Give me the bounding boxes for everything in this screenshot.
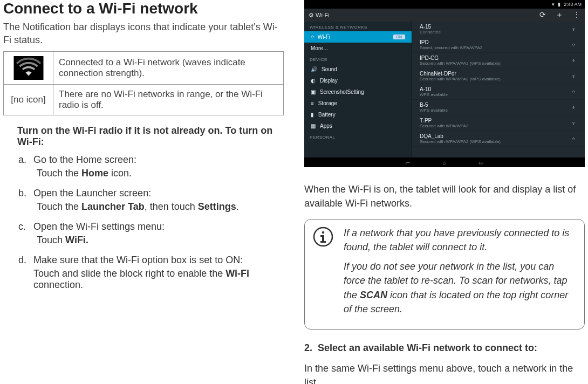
sidebar-item-more[interactable]: More… [304,43,412,54]
status-bar: ▾ ▮ 2:40 AM [304,0,585,9]
wifi-network-item[interactable]: ChinaNet-DPdrSecured with WPA/WPA2 (WPS … [412,68,585,84]
status-wifi-icon: ▾ [552,2,555,7]
settings-title: Wi-Fi [316,12,330,18]
back-icon[interactable]: ⤺ [406,160,410,166]
text: connection. [33,279,83,290]
svg-rect-5 [320,241,326,243]
wifi-signal-icon: ᯤ [572,105,577,111]
step-1a-title: Go to the Home screen: [33,154,136,165]
camera-icon: ▣ [311,89,316,95]
wifi-signal-icon: ᯤ [572,136,577,142]
wifi-small-icon: ᯤ [311,34,316,40]
wifi-network-item[interactable]: IPDSaved, secured with WPA/WPA2ᯤ [412,37,585,53]
sidebar-item-sound[interactable]: 🔊Sound [304,64,412,75]
kebab-icon[interactable]: ⋮ [573,10,580,20]
network-status: Secured with WPA/WPA2 (WPS available) [420,139,501,144]
step-1c-body: Touch WiFi. [18,235,284,246]
home-icon[interactable]: ⌂ [442,160,446,166]
step-1a-body: Touch the Home icon. [18,168,284,179]
step-1c-title: Open the Wi-Fi settings menu: [33,221,165,232]
svg-rect-4 [320,235,324,237]
sidebar-header-wireless: WIRELESS & NETWORKS [304,22,412,31]
wifi-network-item[interactable]: A-15Connectedᯤ [412,22,585,37]
text: Touch and slide the block right to enabl… [33,268,225,279]
bold-text: WiFi. [65,235,88,245]
sidebar-item-label: Display [320,78,338,84]
bold-text: SCAN [360,290,387,300]
network-name: A-15 [420,24,441,30]
step-1-heading: Turn on the Wi-Fi radio if it is not alr… [17,125,272,147]
network-status: Secured with WPA/WPA2 (WPS available) [420,61,501,66]
step-1d: d.Make sure that the Wi-Fi option box is… [18,255,284,291]
sidebar-header-personal: PERSONAL [304,132,412,141]
network-status: WPS available [420,108,448,113]
wifi-settings-screenshot: ▾ ▮ 2:40 AM ⚙ Wi-Fi ⟳ ＋ ⋮ WIRELESS & NET… [304,0,585,167]
status-battery-icon: ▮ [558,2,560,7]
step-1b-letter: b. [18,188,33,199]
plus-icon[interactable]: ＋ [556,10,563,20]
text: , then touch [145,201,198,212]
wifi-network-list: A-15ConnectedᯤIPDSaved, secured with WPA… [412,22,585,157]
sidebar-item-storage[interactable]: ≡Storage [304,98,412,109]
info-note: If a network that you have previously co… [304,219,585,330]
bold-text: Home [81,168,108,179]
step-1c: c.Open the Wi-Fi settings menu: Touch Wi… [18,221,284,246]
text: Touch the [37,168,81,179]
network-name: IPD [420,39,482,45]
sound-icon: 🔊 [311,66,317,72]
settings-sidebar: WIRELESS & NETWORKS ᯤ Wi-Fi ON More… DEV… [304,22,412,157]
wifi-icon-cell [4,51,53,84]
text: icon. [108,168,132,179]
sidebar-header-device: DEVICE [304,54,412,64]
step-1d-line1: Make sure that the Wi-Fi option box is s… [33,255,243,265]
no-icon-label: [no icon] [4,84,53,115]
info-icon [312,226,336,321]
wifi-signal-icon: ᯤ [572,73,577,79]
step-1-number: 1. [3,125,17,136]
no-icon-desc: There are no Wi-Fi networks in range, or… [53,84,284,115]
system-nav-bar: ⤺ ⌂ ▭ [304,157,585,167]
svg-point-2 [322,231,324,234]
display-icon: ◐ [311,78,316,84]
network-name: DQA_Lab [420,133,501,139]
network-name: ChinaNet-DPdr [420,71,501,77]
step-1b: b.Open the Launcher screen: Touch the La… [18,188,284,212]
sidebar-item-wifi[interactable]: ᯤ Wi-Fi ON [304,31,412,43]
text: . [236,201,239,212]
apps-icon: ▦ [311,123,316,129]
step-2: 2. Select an available Wi-Fi network to … [304,342,585,354]
bold-text: Settings [198,201,236,212]
sidebar-item-screenshot[interactable]: ▣ScreenshotSetting [304,86,412,98]
sidebar-item-label: ScreenshotSetting [320,89,364,95]
step-1c-letter: c. [18,221,33,232]
page-title: Connect to a Wi-Fi network [3,0,284,17]
wifi-signal-icon: ᯤ [572,58,577,64]
note-paragraph-2: If you do not see your network in the li… [344,259,577,316]
refresh-icon[interactable]: ⟳ [539,10,546,20]
wifi-network-item[interactable]: DQA_LabSecured with WPA/WPA2 (WPS availa… [412,131,585,147]
sidebar-item-battery[interactable]: ▮Battery [304,109,412,120]
wifi-network-item[interactable]: A-10WPS availableᯤ [412,84,585,100]
sidebar-item-apps[interactable]: ▦Apps [304,120,412,132]
wifi-network-item[interactable]: T-PPSecured with WPA/WPA2ᯤ [412,115,585,131]
text: Touch the [37,201,81,212]
step-1d-body: Touch and slide the block right to enabl… [18,268,284,291]
network-status: Secured with WPA/WPA2 (WPS available) [420,77,501,81]
sidebar-item-display[interactable]: ◐Display [304,75,412,86]
wifi-icon-table: Connected to a Wi-Fi network (waves indi… [3,51,284,115]
network-status: WPS available [420,92,448,97]
network-status: Saved, secured with WPA/WPA2 [420,45,482,50]
wifi-icon [13,56,44,80]
wifi-network-item[interactable]: IPD-CGSecured with WPA/WPA2 (WPS availab… [412,53,585,68]
network-name: IPD-CG [420,55,501,61]
sidebar-item-label: Apps [320,123,332,129]
network-name: T-PP [420,118,468,124]
text: Touch [37,235,65,245]
wifi-signal-icon: ᯤ [572,26,577,32]
wifi-signal-icon: ᯤ [572,42,577,48]
step-1b-title: Open the Launcher screen: [33,188,151,198]
wifi-toggle[interactable]: ON [393,35,406,39]
recent-icon[interactable]: ▭ [478,160,483,166]
sidebar-item-label: Sound [322,66,337,72]
wifi-network-item[interactable]: B-5WPS availableᯤ [412,100,585,115]
